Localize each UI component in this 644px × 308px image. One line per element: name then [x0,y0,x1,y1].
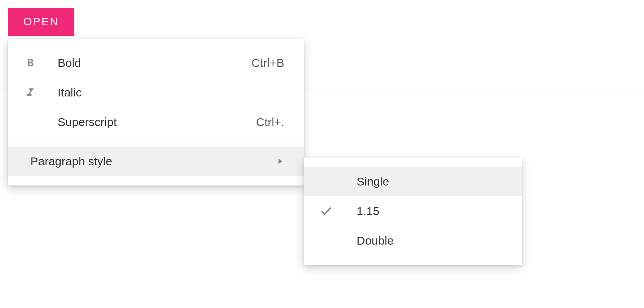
submenu-item-label: 1.15 [357,205,502,218]
menu-item-superscript[interactable]: Superscript Ctrl+. [8,107,304,137]
menu-item-shortcut: Ctrl+B [252,56,284,70]
menu-item-label: Bold [58,56,252,70]
submenu-item-115[interactable]: 1.15 [304,196,522,226]
italic-icon [19,86,41,99]
bold-icon [19,57,41,69]
menu-item-bold[interactable]: Bold Ctrl+B [8,48,304,78]
paragraph-style-submenu: Single 1.15 Double [304,158,522,265]
open-button[interactable]: OPEN [8,8,74,36]
menu-item-label: Paragraph style [30,155,276,168]
chevron-right-icon [276,157,284,166]
menu-item-label: Italic [58,86,284,99]
submenu-item-single[interactable]: Single [304,167,522,196]
menu-item-label: Superscript [58,116,256,129]
submenu-item-double[interactable]: Double [304,226,522,256]
menu-item-italic[interactable]: Italic [8,78,304,107]
menu-separator [8,142,304,142]
menu-item-paragraph-style[interactable]: Paragraph style [8,147,304,176]
check-icon [315,204,337,218]
menu-item-shortcut: Ctrl+. [256,116,284,129]
submenu-item-label: Single [357,175,502,188]
format-menu: Bold Ctrl+B Italic Superscript Ctrl+. Pa… [8,39,304,186]
submenu-item-label: Double [357,234,502,247]
